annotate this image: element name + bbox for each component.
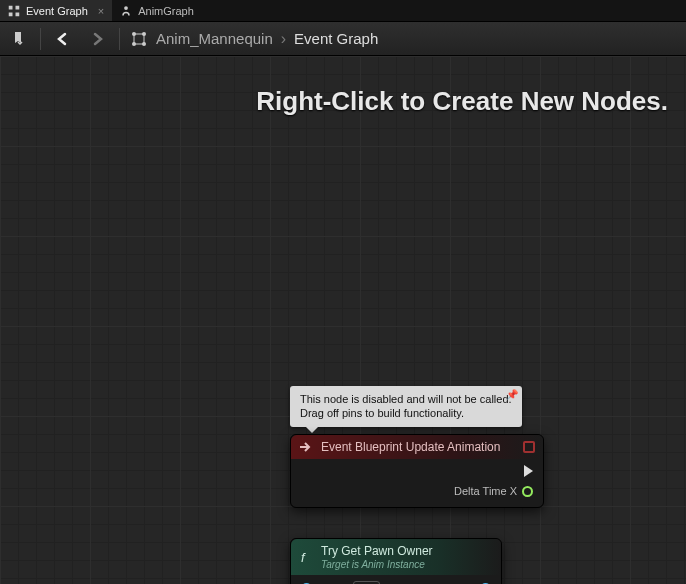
- tooltip-line: Drag off pins to build functionality.: [300, 406, 512, 420]
- svg-point-4: [124, 6, 128, 10]
- graph-canvas[interactable]: Right-Click to Create New Nodes. 📌 This …: [0, 56, 686, 584]
- back-button[interactable]: [51, 27, 75, 51]
- pin-icon[interactable]: 📌: [506, 388, 518, 401]
- node-header[interactable]: f Try Get Pawn Owner Target is Anim Inst…: [291, 539, 501, 575]
- node-try-get-pawn-owner[interactable]: f Try Get Pawn Owner Target is Anim Inst…: [290, 538, 502, 584]
- tab-event-graph[interactable]: Event Graph ×: [0, 0, 112, 21]
- node-body: Delta Time X: [291, 459, 543, 507]
- svg-rect-1: [16, 5, 20, 9]
- event-arrow-icon: [299, 440, 313, 454]
- breadcrumb-current[interactable]: Event Graph: [294, 30, 378, 47]
- function-icon: f: [299, 550, 313, 564]
- node-event-blueprint-update[interactable]: Event Blueprint Update Animation Delta T…: [290, 434, 544, 508]
- node-delegate-pin[interactable]: [523, 441, 535, 453]
- delta-time-out-pin[interactable]: Delta Time X: [454, 485, 533, 497]
- node-subtitle: Target is Anim Instance: [321, 559, 433, 570]
- chevron-right-icon: ›: [281, 30, 286, 48]
- node-tooltip: 📌 This node is disabled and will not be …: [290, 386, 522, 427]
- tab-label: Event Graph: [26, 5, 88, 17]
- graph-icon: [8, 5, 20, 17]
- divider: [119, 28, 120, 50]
- bookmark-dropdown[interactable]: [6, 27, 30, 51]
- toolbar: Anim_Mannequin › Event Graph: [0, 22, 686, 56]
- anim-icon: [120, 5, 132, 17]
- breadcrumb: Anim_Mannequin › Event Graph: [130, 30, 378, 48]
- exec-out-pin[interactable]: [524, 465, 533, 477]
- node-title: Event Blueprint Update Animation: [321, 440, 500, 454]
- pin-label: Delta Time X: [454, 485, 517, 497]
- hint-text: Right-Click to Create New Nodes.: [256, 86, 668, 117]
- tab-bar: Event Graph × AnimGraph: [0, 0, 686, 22]
- blueprint-icon: [130, 30, 148, 48]
- svg-rect-3: [16, 12, 20, 16]
- tab-anim-graph[interactable]: AnimGraph: [112, 0, 202, 21]
- node-body: Target self Return Value: [291, 575, 501, 584]
- forward-button[interactable]: [85, 27, 109, 51]
- breadcrumb-parent[interactable]: Anim_Mannequin: [156, 30, 273, 47]
- close-icon[interactable]: ×: [98, 5, 104, 17]
- node-title: Try Get Pawn Owner: [321, 544, 433, 558]
- svg-text:f: f: [301, 550, 306, 564]
- node-header[interactable]: Event Blueprint Update Animation: [291, 435, 543, 459]
- svg-rect-0: [9, 5, 13, 9]
- tab-label: AnimGraph: [138, 5, 194, 17]
- divider: [40, 28, 41, 50]
- svg-rect-2: [9, 12, 13, 16]
- tooltip-line: This node is disabled and will not be ca…: [300, 392, 512, 406]
